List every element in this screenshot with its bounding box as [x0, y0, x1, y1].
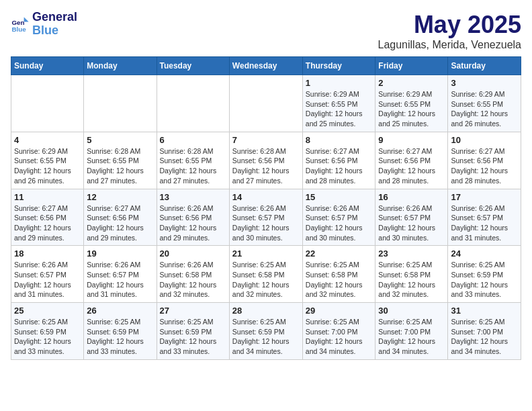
day-header-wednesday: Wednesday [229, 57, 302, 75]
day-number: 7 [232, 135, 300, 145]
calendar-day: 15Sunrise: 6:26 AM Sunset: 6:57 PM Dayli… [302, 189, 375, 246]
day-header-tuesday: Tuesday [157, 57, 229, 75]
logo: Gen Blue General Blue [11, 11, 77, 38]
day-info: Sunrise: 6:27 AM Sunset: 6:56 PM Dayligh… [14, 203, 81, 243]
day-number: 27 [160, 306, 226, 316]
day-number: 26 [87, 306, 153, 316]
day-info: Sunrise: 6:26 AM Sunset: 6:57 PM Dayligh… [306, 203, 373, 243]
day-number: 17 [451, 192, 518, 202]
day-number: 30 [378, 306, 445, 316]
day-info: Sunrise: 6:28 AM Sunset: 6:55 PM Dayligh… [160, 146, 226, 186]
day-number: 4 [14, 135, 81, 145]
day-info: Sunrise: 6:25 AM Sunset: 6:59 PM Dayligh… [160, 317, 226, 357]
day-info: Sunrise: 6:26 AM Sunset: 6:57 PM Dayligh… [14, 260, 81, 300]
day-info: Sunrise: 6:25 AM Sunset: 6:59 PM Dayligh… [87, 317, 153, 357]
day-number: 16 [378, 192, 445, 202]
day-number: 1 [306, 78, 373, 88]
calendar-day: 5Sunrise: 6:28 AM Sunset: 6:55 PM Daylig… [84, 132, 157, 189]
calendar-day: 27Sunrise: 6:25 AM Sunset: 6:59 PM Dayli… [157, 303, 229, 360]
day-number: 3 [451, 78, 518, 88]
svg-marker-1 [24, 17, 29, 21]
day-number: 18 [14, 248, 81, 259]
day-number: 23 [378, 248, 445, 259]
calendar-day: 21Sunrise: 6:25 AM Sunset: 6:58 PM Dayli… [229, 246, 302, 303]
calendar-week-4: 18Sunrise: 6:26 AM Sunset: 6:57 PM Dayli… [11, 246, 521, 303]
calendar-day: 24Sunrise: 6:25 AM Sunset: 6:59 PM Dayli… [448, 246, 521, 303]
day-number: 19 [87, 248, 153, 259]
calendar-day: 8Sunrise: 6:27 AM Sunset: 6:56 PM Daylig… [302, 132, 375, 189]
title-block: May 2025 Lagunillas, Merida, Venezuela [378, 11, 521, 51]
calendar-header-row: SundayMondayTuesdayWednesdayThursdayFrid… [11, 57, 521, 75]
day-info: Sunrise: 6:29 AM Sunset: 6:55 PM Dayligh… [451, 89, 518, 129]
day-info: Sunrise: 6:29 AM Sunset: 6:55 PM Dayligh… [306, 89, 373, 129]
calendar-day: 19Sunrise: 6:26 AM Sunset: 6:57 PM Dayli… [84, 246, 157, 303]
calendar-day [84, 75, 157, 132]
day-info: Sunrise: 6:26 AM Sunset: 6:58 PM Dayligh… [160, 260, 226, 300]
day-info: Sunrise: 6:27 AM Sunset: 6:56 PM Dayligh… [378, 146, 445, 186]
day-info: Sunrise: 6:25 AM Sunset: 6:58 PM Dayligh… [232, 260, 300, 300]
day-number: 2 [378, 78, 445, 88]
calendar-day: 20Sunrise: 6:26 AM Sunset: 6:58 PM Dayli… [157, 246, 229, 303]
day-info: Sunrise: 6:25 AM Sunset: 7:00 PM Dayligh… [451, 317, 518, 357]
calendar-day: 22Sunrise: 6:25 AM Sunset: 6:58 PM Dayli… [302, 246, 375, 303]
calendar-week-5: 25Sunrise: 6:25 AM Sunset: 6:59 PM Dayli… [11, 303, 521, 360]
day-number: 29 [306, 306, 373, 316]
day-info: Sunrise: 6:26 AM Sunset: 6:57 PM Dayligh… [378, 203, 445, 243]
calendar-day: 26Sunrise: 6:25 AM Sunset: 6:59 PM Dayli… [84, 303, 157, 360]
day-info: Sunrise: 6:27 AM Sunset: 6:56 PM Dayligh… [87, 203, 153, 243]
day-info: Sunrise: 6:25 AM Sunset: 6:58 PM Dayligh… [378, 260, 445, 300]
calendar-week-2: 4Sunrise: 6:29 AM Sunset: 6:55 PM Daylig… [11, 132, 521, 189]
day-number: 31 [451, 306, 518, 316]
logo-icon: Gen Blue [11, 15, 30, 34]
calendar-week-1: 1Sunrise: 6:29 AM Sunset: 6:55 PM Daylig… [11, 75, 521, 132]
calendar-day: 13Sunrise: 6:26 AM Sunset: 6:56 PM Dayli… [157, 189, 229, 246]
calendar-day: 18Sunrise: 6:26 AM Sunset: 6:57 PM Dayli… [11, 246, 84, 303]
calendar-day: 31Sunrise: 6:25 AM Sunset: 7:00 PM Dayli… [448, 303, 521, 360]
day-header-friday: Friday [375, 57, 448, 75]
day-number: 21 [232, 248, 300, 259]
day-number: 10 [451, 135, 518, 145]
calendar-day: 6Sunrise: 6:28 AM Sunset: 6:55 PM Daylig… [157, 132, 229, 189]
calendar-day: 16Sunrise: 6:26 AM Sunset: 6:57 PM Dayli… [375, 189, 448, 246]
day-info: Sunrise: 6:28 AM Sunset: 6:56 PM Dayligh… [232, 146, 300, 186]
page-header: Gen Blue General Blue May 2025 Lagunilla… [11, 11, 521, 51]
calendar-day [229, 75, 302, 132]
calendar-week-3: 11Sunrise: 6:27 AM Sunset: 6:56 PM Dayli… [11, 189, 521, 246]
day-info: Sunrise: 6:25 AM Sunset: 6:59 PM Dayligh… [451, 260, 518, 300]
day-number: 9 [378, 135, 445, 145]
day-header-saturday: Saturday [448, 57, 521, 75]
day-info: Sunrise: 6:26 AM Sunset: 6:57 PM Dayligh… [232, 203, 300, 243]
calendar-day: 25Sunrise: 6:25 AM Sunset: 6:59 PM Dayli… [11, 303, 84, 360]
day-info: Sunrise: 6:25 AM Sunset: 7:00 PM Dayligh… [306, 317, 373, 357]
day-number: 8 [306, 135, 373, 145]
day-info: Sunrise: 6:25 AM Sunset: 6:59 PM Dayligh… [14, 317, 81, 357]
day-number: 14 [232, 192, 300, 202]
calendar-day: 3Sunrise: 6:29 AM Sunset: 6:55 PM Daylig… [448, 75, 521, 132]
location-subtitle: Lagunillas, Merida, Venezuela [378, 39, 521, 51]
calendar-day: 1Sunrise: 6:29 AM Sunset: 6:55 PM Daylig… [302, 75, 375, 132]
day-info: Sunrise: 6:28 AM Sunset: 6:55 PM Dayligh… [87, 146, 153, 186]
day-header-monday: Monday [84, 57, 157, 75]
day-number: 6 [160, 135, 226, 145]
calendar-day: 4Sunrise: 6:29 AM Sunset: 6:55 PM Daylig… [11, 132, 84, 189]
day-number: 28 [232, 306, 300, 316]
calendar-day: 30Sunrise: 6:25 AM Sunset: 7:00 PM Dayli… [375, 303, 448, 360]
day-info: Sunrise: 6:29 AM Sunset: 6:55 PM Dayligh… [378, 89, 445, 129]
svg-text:Blue: Blue [11, 26, 26, 33]
calendar-day: 11Sunrise: 6:27 AM Sunset: 6:56 PM Dayli… [11, 189, 84, 246]
calendar-day: 12Sunrise: 6:27 AM Sunset: 6:56 PM Dayli… [84, 189, 157, 246]
calendar-day: 9Sunrise: 6:27 AM Sunset: 6:56 PM Daylig… [375, 132, 448, 189]
logo-text-line1: General [32, 11, 77, 24]
day-header-thursday: Thursday [302, 57, 375, 75]
day-info: Sunrise: 6:25 AM Sunset: 7:00 PM Dayligh… [378, 317, 445, 357]
calendar-day: 14Sunrise: 6:26 AM Sunset: 6:57 PM Dayli… [229, 189, 302, 246]
day-info: Sunrise: 6:27 AM Sunset: 6:56 PM Dayligh… [451, 146, 518, 186]
day-info: Sunrise: 6:29 AM Sunset: 6:55 PM Dayligh… [14, 146, 81, 186]
day-number: 25 [14, 306, 81, 316]
day-number: 22 [306, 248, 373, 259]
logo-text-line2: Blue [32, 24, 77, 38]
day-number: 15 [306, 192, 373, 202]
day-info: Sunrise: 6:26 AM Sunset: 6:57 PM Dayligh… [451, 203, 518, 243]
day-info: Sunrise: 6:27 AM Sunset: 6:56 PM Dayligh… [306, 146, 373, 186]
day-info: Sunrise: 6:26 AM Sunset: 6:56 PM Dayligh… [160, 203, 226, 243]
